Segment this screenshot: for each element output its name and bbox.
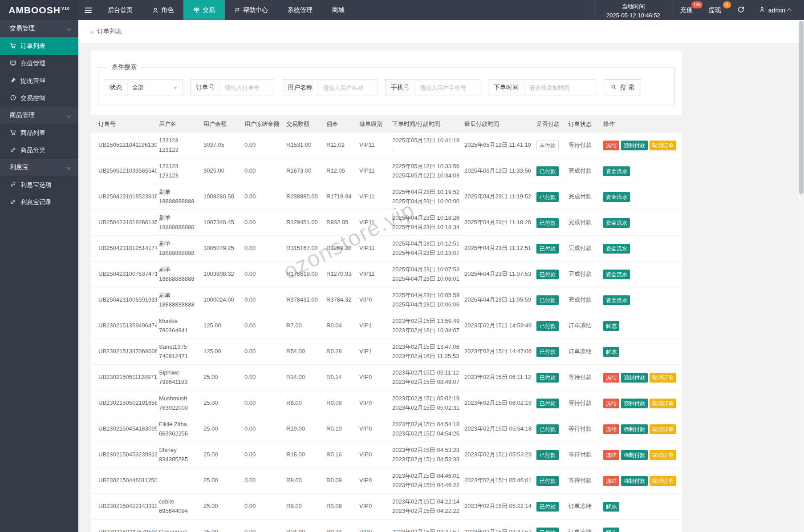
commission-cell: R0.24 (324, 520, 357, 532)
nav-item-system[interactable]: 系统管理 (278, 0, 322, 20)
fund-flow-button[interactable]: 资金流水 (603, 166, 630, 176)
order-time-cell: 2023年02月15日 13:59:492023年02月16日 10:34:07 (390, 313, 462, 339)
cancel-order-button[interactable]: 取消订单 (650, 424, 676, 434)
order-no-input[interactable] (220, 80, 274, 96)
freeze-button[interactable]: 冻结 (603, 141, 619, 150)
order-time-cell: 2023年02月15日 02:47:57 (390, 520, 462, 532)
order-time-line: 2023年02月15日 05:02:31 (392, 403, 460, 412)
user-balance-cell: 25.00 (201, 365, 242, 391)
sidebar-item-recharge-management[interactable]: 充值管理 (0, 55, 78, 72)
last-pay-time-cell: 2023年02月15日 05:54:18 (462, 416, 534, 442)
user-balance-cell: 1005079.25 (201, 236, 242, 262)
nav-item-help[interactable]: 帮助中心 (225, 0, 278, 20)
cancel-order-button[interactable]: 取消订单 (650, 450, 676, 460)
sidebar-item-product-category[interactable]: 商品分类 (0, 141, 78, 159)
force-pay-button[interactable]: 强制付款 (621, 399, 648, 408)
freeze-button[interactable]: 冻结 (603, 450, 619, 460)
cancel-order-button[interactable]: 取消订单 (650, 373, 676, 383)
nav-item-roles[interactable]: 角色 (142, 0, 183, 20)
unfreeze-button[interactable]: 解冻 (603, 347, 619, 357)
force-pay-button[interactable]: 强制付款 (621, 424, 648, 434)
scrollbar-thumb[interactable] (799, 21, 804, 194)
trade-amount-cell: R16.00 (284, 442, 324, 468)
table-row: UB25051210411961301231231231233037.050.0… (91, 133, 682, 158)
fund-flow-button[interactable]: 资金流水 (603, 192, 630, 202)
nav-item-home[interactable]: 后台首页 (98, 0, 142, 20)
username-line: Cabangani (159, 528, 199, 532)
unfreeze-button[interactable]: 解冻 (603, 502, 619, 512)
topbar: AMBOOSHV10 后台首页 角色 交易 帮助中心 系统管理 商城 当地时间 … (0, 0, 804, 20)
cancel-order-button[interactable]: 取消订单 (650, 399, 676, 408)
fund-flow-button[interactable]: 资金流水 (603, 270, 630, 279)
freeze-button[interactable]: 冻结 (603, 399, 619, 408)
recharge-label: 充值 (680, 6, 693, 14)
dropdown-triangle-icon: ▼ (173, 85, 178, 90)
last-pay-time-cell: 2025年04月23日 11:05:59 (462, 287, 534, 313)
user-name-input[interactable] (318, 80, 377, 96)
last-pay-time-cell: 2023年02月15日 06:02:19 (462, 391, 534, 416)
search-row: 状态 全部 ▼ 订单号 用户名称 手机号 (104, 79, 669, 96)
order-status-cell: 完成付款 (566, 158, 601, 184)
sidebar-group-interest-treasure[interactable]: 利息宝 (0, 159, 78, 176)
sidebar-item-label: 提现管理 (20, 77, 45, 85)
recharge-link[interactable]: 充值 186 (672, 0, 701, 20)
vip-level-cell: VIP11 (357, 158, 390, 184)
username-cell: Siphiwe798641183 (157, 365, 201, 391)
order-status-cell: 等待付款 (566, 416, 601, 442)
last-pay-time-cell: 2025年05月12日 11:41:19 (462, 133, 534, 158)
frozen-amount-cell: 0.00 (242, 365, 284, 391)
column-header: 用户冻结金额 (242, 116, 284, 133)
fund-flow-button[interactable]: 资金流水 (603, 244, 630, 254)
unfreeze-button[interactable]: 解冻 (603, 528, 619, 532)
order-time-input[interactable] (524, 80, 596, 96)
status-select[interactable]: 全部 ▼ (128, 80, 182, 96)
nav-item-mall[interactable]: 商城 (322, 0, 354, 20)
force-pay-button[interactable]: 强制付款 (621, 373, 648, 383)
order-status-cell: 等待付款 (566, 391, 601, 416)
order-status-cell: 完成付款 (566, 236, 601, 262)
username-cell: 刷单18888888888 (157, 287, 201, 313)
username-cell: 刷单18888888888 (157, 184, 201, 210)
phone-input[interactable] (415, 80, 480, 96)
freeze-button[interactable]: 冻结 (603, 424, 619, 434)
sidebar-item-withdraw-management[interactable]: 提现管理 (0, 72, 78, 89)
cancel-order-button[interactable]: 取消订单 (650, 141, 676, 150)
unfreeze-button[interactable]: 解冻 (603, 321, 619, 331)
username-cell: Mushmush763922000 (157, 391, 201, 416)
sidebar-item-interest-options[interactable]: 利息宝选项 (0, 176, 78, 193)
pay-status-cell: 已付款 (534, 416, 566, 442)
sidebar-item-trade-control[interactable]: 交易控制 (0, 89, 78, 107)
fund-flow-button[interactable]: 资金流水 (603, 218, 630, 228)
sidebar-item-product-list[interactable]: 商品列表 (0, 124, 78, 141)
sidebar-item-order-list[interactable]: 订单列表 (0, 37, 78, 55)
hamburger-menu-icon[interactable] (78, 0, 98, 20)
frozen-amount-cell: 0.00 (242, 184, 284, 210)
table-row: UB2302150454183095Fikile Zitha6633622562… (91, 416, 682, 442)
cancel-order-button[interactable]: 取消订单 (650, 476, 676, 486)
user-balance-cell: 1007348.45 (201, 210, 242, 236)
search-button[interactable]: 搜 索 (604, 79, 641, 96)
table-row: UB2302150453239813Shirley83430528525.000… (91, 442, 682, 468)
freeze-button[interactable]: 冻结 (603, 476, 619, 486)
force-pay-button[interactable]: 强制付款 (621, 141, 648, 150)
sidebar-group-product-management[interactable]: 商品管理 (0, 107, 78, 124)
user-menu[interactable]: admin (753, 0, 804, 20)
username-line: 刷单 (159, 239, 199, 248)
column-header: 订单号 (91, 116, 157, 133)
status-selected-value: 全部 (132, 84, 144, 92)
freeze-button[interactable]: 冻结 (603, 373, 619, 383)
column-header: 交易数额 (284, 116, 324, 133)
sidebar-item-interest-records[interactable]: 利息宝记录 (0, 193, 78, 211)
user-balance-cell: 3037.05 (201, 133, 242, 158)
fund-flow-button[interactable]: 资金流水 (603, 295, 630, 305)
table-row: UB2504231005591931刷单188888888881000024.0… (91, 287, 682, 313)
force-pay-button[interactable]: 强制付款 (621, 476, 648, 486)
order-time-line: 2025年04月23日 10:07:53 (392, 265, 460, 274)
sidebar-group-trade-management[interactable]: 交易管理 (0, 20, 78, 37)
trade-amount-cell: R176518.00 (284, 262, 324, 287)
refresh-button[interactable] (729, 0, 753, 20)
nav-item-trade[interactable]: 交易 (183, 0, 225, 20)
withdraw-link[interactable]: 提现 0 (701, 0, 729, 20)
force-pay-button[interactable]: 强制付款 (621, 450, 648, 460)
pay-status-cell: 已付款 (534, 339, 566, 365)
